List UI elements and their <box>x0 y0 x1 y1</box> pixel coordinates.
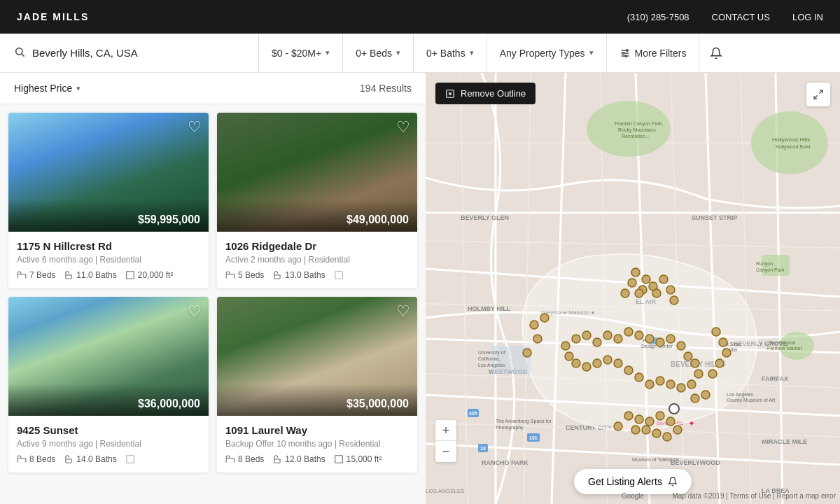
svg-point-0 <box>16 48 22 54</box>
svg-text:The Annenberg Space for: The Annenberg Space for <box>496 419 552 424</box>
svg-text:Los Angeles: Los Angeles <box>727 392 754 398</box>
sort-label: Highest Price <box>14 83 72 94</box>
svg-text:Franklin Canyon Park,: Franklin Canyon Park, <box>615 121 663 127</box>
svg-point-97 <box>645 335 654 343</box>
map-background: Franklin Canyon Park, Rocky Mountains Re… <box>426 73 840 504</box>
svg-point-101 <box>684 352 692 360</box>
sqft-detail: 15,000 ft² <box>334 454 382 464</box>
svg-text:10: 10 <box>480 446 486 451</box>
property-card[interactable]: ♡ $35,000,000 1091 Laurel Way Backup Off… <box>217 297 417 472</box>
zoom-controls: + − <box>435 420 456 462</box>
beds-detail: 7 Beds <box>17 270 55 280</box>
svg-point-119 <box>645 417 654 426</box>
svg-point-87 <box>635 289 643 298</box>
nav-links: (310) 285-7508 CONTACT US LOG IN <box>627 12 823 22</box>
property-card[interactable]: ♡ $59,995,000 1175 N Hillcrest Rd Active… <box>8 113 209 288</box>
card-address: 1175 N Hillcrest Rd <box>17 240 200 252</box>
listing-alerts-button[interactable]: Get Listing Alerts <box>574 469 692 494</box>
baths-value: 11.0 Baths <box>76 270 116 280</box>
favorite-button[interactable]: ♡ <box>396 120 410 135</box>
svg-point-139 <box>691 394 699 402</box>
svg-text:Canyon Park: Canyon Park <box>756 267 785 273</box>
baths-detail: 12.0 Baths <box>272 454 325 464</box>
sqft-detail: 20,000 ft² <box>125 270 174 280</box>
svg-line-150 <box>814 95 818 99</box>
top-navigation: JADE MILLS (310) 285-7508 CONTACT US LOG… <box>0 0 840 34</box>
results-count: 194 Results <box>360 83 412 94</box>
svg-point-37 <box>751 111 828 174</box>
property-card[interactable]: ♡ $36,000,000 9425 Sunset Active 9 month… <box>8 297 209 472</box>
svg-text:California,: California, <box>478 356 500 361</box>
sort-button[interactable]: Highest Price ▾ <box>14 83 80 94</box>
card-image-1: ♡ $59,995,000 <box>8 113 209 232</box>
more-filters-button[interactable]: More Filters <box>607 34 699 72</box>
svg-text:LOS ANGELES: LOS ANGELES <box>426 488 465 494</box>
baths-filter-label: 0+ Baths <box>426 48 465 59</box>
beds-filter-button[interactable]: 0+ Beds ▾ <box>343 34 414 72</box>
baths-filter-button[interactable]: 0+ Baths ▾ <box>414 34 487 72</box>
zoom-in-button[interactable]: + <box>435 420 456 441</box>
price-filter-button[interactable]: $0 - $20M+ ▾ <box>259 34 343 72</box>
beds-value: 8 Beds <box>238 454 264 464</box>
svg-point-120 <box>656 412 664 420</box>
svg-point-93 <box>603 331 612 340</box>
property-card[interactable]: ♡ $49,000,000 1026 Ridgedale Dr Active 2… <box>217 113 417 288</box>
phone-number[interactable]: (310) 285-7508 <box>627 12 690 22</box>
svg-point-115 <box>572 359 580 368</box>
beds-value: 5 Beds <box>238 270 264 280</box>
property-type-chevron-icon: ▾ <box>589 48 594 57</box>
svg-point-100 <box>677 342 685 350</box>
svg-line-149 <box>819 90 822 94</box>
svg-point-98 <box>656 338 664 346</box>
svg-text:405: 405 <box>469 411 477 416</box>
svg-point-135 <box>722 349 731 357</box>
baths-value: 12.0 Baths <box>285 454 325 464</box>
svg-text:HOLMBY HILL: HOLMBY HILL <box>468 305 511 312</box>
svg-text:Photography: Photography <box>496 425 524 430</box>
svg-point-121 <box>666 417 675 426</box>
svg-point-116 <box>565 352 573 360</box>
svg-text:SUNSET STRIP: SUNSET STRIP <box>692 214 738 221</box>
zoom-out-button[interactable]: − <box>435 441 456 462</box>
main-content: Highest Price ▾ 194 Results ♡ $59,995,00… <box>0 73 840 504</box>
svg-point-96 <box>635 331 643 340</box>
svg-text:Hollywood Hills: Hollywood Hills <box>772 136 810 143</box>
favorite-button[interactable]: ♡ <box>188 304 202 319</box>
price-filter-label: $0 - $20M+ <box>272 48 321 59</box>
baths-chevron-icon: ▾ <box>470 48 474 57</box>
svg-text:RANCHO PARK: RANCHO PARK <box>482 459 528 466</box>
remove-outline-button[interactable]: Remove Outline <box>435 83 536 104</box>
svg-point-103 <box>694 370 703 378</box>
google-watermark: Google <box>622 492 644 500</box>
svg-text:County Museum of Art: County Museum of Art <box>727 398 775 403</box>
svg-rect-9 <box>335 272 342 279</box>
card-details: 8 Beds 14.0 Baths <box>17 454 200 464</box>
svg-point-89 <box>561 342 570 350</box>
favorite-button[interactable]: ♡ <box>396 304 410 319</box>
card-meta: Backup Offer 10 months ago | Residential <box>225 439 409 449</box>
login-link[interactable]: LOG IN <box>792 12 823 22</box>
fullscreen-button[interactable] <box>806 83 830 106</box>
baths-detail: 14.0 Baths <box>64 454 116 464</box>
svg-point-79 <box>642 275 650 284</box>
location-input[interactable] <box>32 47 244 59</box>
location-search[interactable] <box>0 34 259 72</box>
svg-point-134 <box>719 338 727 346</box>
property-grid: ♡ $59,995,000 1175 N Hillcrest Rd Active… <box>0 104 426 481</box>
sqft-value: 15,000 ft² <box>346 454 382 464</box>
svg-point-122 <box>673 426 682 434</box>
listing-alerts-label: Get Listing Alerts <box>588 476 662 487</box>
card-meta: Active 6 months ago | Residential <box>17 255 200 265</box>
favorite-button[interactable]: ♡ <box>188 120 202 135</box>
property-type-filter-button[interactable]: Any Property Types ▾ <box>487 34 607 72</box>
card-details: 8 Beds 12.0 Baths 15,000 ft² <box>225 454 409 464</box>
svg-point-92 <box>593 338 601 346</box>
svg-point-124 <box>652 429 661 438</box>
card-address: 9425 Sunset <box>17 424 200 436</box>
card-info: 1175 N Hillcrest Rd Active 6 months ago … <box>8 232 209 288</box>
svg-point-94 <box>614 335 622 343</box>
notification-button[interactable] <box>699 34 732 72</box>
svg-text:Museum of Tolerance: Museum of Tolerance <box>632 457 679 462</box>
svg-point-127 <box>614 422 622 430</box>
contact-us-link[interactable]: CONTACT US <box>712 12 770 22</box>
